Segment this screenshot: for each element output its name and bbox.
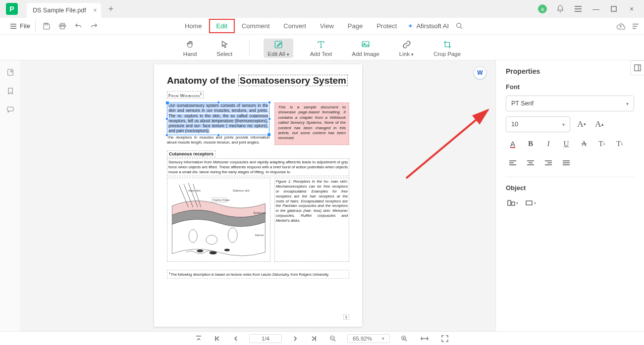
svg-rect-18 — [7, 69, 13, 75]
prev-page-icon[interactable] — [231, 336, 240, 342]
close-tab-icon[interactable]: × — [93, 6, 97, 14]
svg-rect-52 — [526, 201, 532, 205]
fit-page-icon[interactable] — [439, 335, 450, 342]
svg-point-30 — [210, 251, 217, 255]
svg-text:Papillary Ridges: Papillary Ridges — [213, 199, 230, 202]
menu-home[interactable]: Home — [178, 19, 209, 33]
svg-line-64 — [405, 339, 407, 341]
tool-edit-all[interactable]: Edit All ▾ — [264, 39, 293, 58]
app-logo: P — [6, 3, 18, 15]
subheading: Cutaneous receptors — [167, 150, 215, 157]
font-color-icon[interactable]: A — [506, 137, 520, 150]
file-menu[interactable]: File — [5, 20, 36, 32]
properties-title: Properties — [506, 67, 540, 75]
align-center-icon[interactable] — [524, 157, 537, 170]
page-title: Anatomy of the Somatosensory System — [167, 75, 349, 86]
page-number: 1 — [343, 314, 349, 320]
cursor-icon — [220, 40, 228, 49]
object-distribute-icon[interactable]: ▾ — [524, 197, 537, 209]
cloud-upload-icon[interactable] — [616, 23, 625, 30]
font-size-select[interactable]: 10 ▾ — [506, 116, 570, 132]
scroll-top-icon[interactable] — [194, 336, 204, 342]
next-page-icon[interactable] — [291, 336, 300, 342]
skin-diagram-figure: Hairy skin Glabrous skin Epidermis Dermi… — [167, 178, 270, 262]
redo-icon[interactable] — [90, 22, 98, 30]
link-icon — [402, 40, 411, 49]
align-justify-icon[interactable] — [559, 157, 573, 170]
collapse-panel-button[interactable] — [630, 60, 644, 75]
chevron-down-icon: ▾ — [626, 101, 629, 106]
document-canvas[interactable]: W Anatomy of the Somatosensory System Fr… — [21, 60, 495, 331]
minimize-window-icon[interactable]: — — [591, 4, 600, 13]
strikethrough-icon[interactable]: A — [577, 137, 591, 150]
chevron-down-icon: ▾ — [382, 336, 384, 341]
svg-text:Dermis: Dermis — [255, 234, 264, 237]
word-export-button[interactable]: W — [474, 66, 486, 79]
maximize-window-icon[interactable] — [609, 4, 618, 13]
comments-panel-icon[interactable] — [6, 106, 14, 113]
chevron-down-icon: ▾ — [287, 52, 289, 57]
menu-comment[interactable]: Comment — [235, 19, 276, 33]
zoom-select[interactable]: 65.92%▾ — [347, 334, 390, 343]
italic-icon[interactable]: I — [541, 137, 555, 150]
last-page-icon[interactable] — [309, 336, 319, 342]
page-indicator[interactable]: 1/4 — [249, 334, 282, 343]
edit-all-icon — [274, 40, 283, 49]
fit-width-icon[interactable] — [419, 336, 430, 342]
crop-icon — [443, 40, 452, 49]
tool-add-text[interactable]: Add Text — [307, 39, 335, 58]
svg-rect-51 — [512, 202, 515, 205]
tool-add-image[interactable]: Add Image — [349, 39, 382, 58]
svg-point-31 — [224, 249, 230, 251]
zoom-out-icon[interactable] — [327, 335, 338, 342]
body-text: The receptors in muscles and joints prov… — [167, 135, 269, 145]
zoom-in-icon[interactable] — [399, 335, 410, 342]
increase-font-icon[interactable]: A▴ — [593, 118, 606, 131]
print-icon[interactable] — [58, 22, 66, 30]
svg-point-19 — [10, 70, 12, 72]
tool-crop-page[interactable]: Crop Page — [430, 39, 464, 58]
save-icon[interactable] — [43, 22, 51, 30]
search-icon[interactable] — [453, 22, 466, 30]
ai-assistant-button[interactable]: ✦ Afirstsoft AI — [404, 20, 453, 32]
font-family-select[interactable]: PT Serif ▾ — [506, 96, 634, 111]
more-options-icon[interactable] — [632, 23, 639, 30]
svg-rect-7 — [45, 23, 48, 25]
align-left-icon[interactable] — [506, 157, 520, 170]
object-section-label: Object — [506, 184, 634, 192]
pdf-page[interactable]: Anatomy of the Somatosensory System From… — [154, 64, 362, 327]
svg-text:Glabrous skin: Glabrous skin — [233, 189, 250, 192]
bold-icon[interactable]: B — [524, 137, 537, 150]
user-avatar[interactable]: a — [538, 4, 547, 13]
align-right-icon[interactable] — [541, 157, 555, 170]
add-tab-button[interactable]: + — [104, 4, 118, 14]
hand-icon — [186, 40, 195, 49]
decrease-font-icon[interactable]: A▾ — [575, 118, 588, 131]
figure-caption: Figure 1: Receptors in the hu- man skin:… — [274, 178, 349, 262]
undo-icon[interactable] — [74, 22, 82, 30]
menu-page[interactable]: Page — [341, 19, 370, 33]
notifications-icon[interactable] — [556, 4, 565, 13]
thumbnails-icon[interactable] — [6, 68, 14, 76]
tab-title: DS Sample File.pdf — [33, 7, 86, 14]
menu-convert[interactable]: Convert — [276, 19, 313, 33]
selected-text-block[interactable]: Our somatosensory system consists of sen… — [167, 102, 269, 135]
add-image-icon — [361, 40, 370, 49]
menu-view[interactable]: View — [313, 19, 341, 33]
superscript-icon[interactable]: T1 — [595, 137, 609, 150]
underline-icon[interactable]: U — [559, 137, 573, 150]
tool-select[interactable]: Select — [214, 39, 235, 58]
font-section-label: Font — [506, 83, 634, 91]
menu-edit[interactable]: Edit — [209, 19, 235, 33]
bookmarks-icon[interactable] — [7, 87, 14, 95]
close-window-icon[interactable]: × — [627, 4, 636, 13]
hamburger-icon[interactable] — [574, 4, 583, 13]
subscript-icon[interactable]: T1 — [613, 137, 627, 150]
tool-hand[interactable]: Hand — [180, 39, 200, 58]
footnote: 1The following description is based on l… — [167, 270, 349, 278]
menu-protect[interactable]: Protect — [370, 19, 404, 33]
document-tab[interactable]: DS Sample File.pdf × — [27, 3, 101, 18]
first-page-icon[interactable] — [213, 336, 222, 342]
object-align-icon[interactable]: ▾ — [506, 197, 520, 209]
tool-link[interactable]: Link ▾ — [396, 39, 417, 58]
